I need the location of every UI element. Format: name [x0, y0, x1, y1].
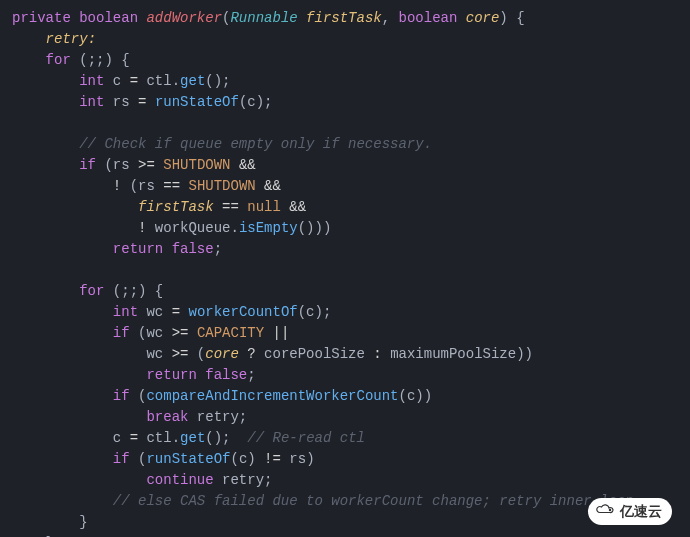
const-CAPACITY: CAPACITY	[197, 325, 264, 341]
keyword-break: break	[146, 409, 188, 425]
keyword-false: false	[172, 241, 214, 257]
keyword-return: return	[113, 241, 163, 257]
call-workerCountOf: workerCountOf	[188, 304, 297, 320]
var-wc: wc	[146, 304, 163, 320]
comment-queue-check: // Check if queue empty only if necessar…	[79, 136, 432, 152]
const-SHUTDOWN: SHUTDOWN	[163, 157, 230, 173]
keyword-int: int	[79, 94, 104, 110]
type-Runnable: Runnable	[230, 10, 297, 26]
svg-point-0	[609, 509, 612, 512]
keyword-continue: continue	[146, 472, 213, 488]
keyword-boolean: boolean	[399, 10, 458, 26]
keyword-if: if	[79, 157, 96, 173]
call-runStateOf: runStateOf	[155, 94, 239, 110]
call-compareAndIncrementWorkerCount: compareAndIncrementWorkerCount	[146, 388, 398, 404]
keyword-for: for	[79, 283, 104, 299]
param-core: core	[466, 10, 500, 26]
code-block: private boolean addWorker(Runnable first…	[12, 8, 678, 537]
label-retry: retry	[46, 31, 88, 47]
field-maximumPoolSize: maximumPoolSize	[390, 346, 516, 362]
call-isEmpty: isEmpty	[239, 220, 298, 236]
call-get: get	[180, 73, 205, 89]
watermark-text: 亿速云	[620, 501, 662, 522]
ref-core: core	[205, 346, 239, 362]
keyword-private: private	[12, 10, 71, 26]
param-firstTask: firstTask	[306, 10, 382, 26]
watermark-badge: 亿速云	[588, 498, 672, 525]
keyword-null: null	[247, 199, 281, 215]
var-c: c	[113, 73, 121, 89]
method-addWorker: addWorker	[146, 10, 222, 26]
var-rs: rs	[113, 94, 130, 110]
field-corePoolSize: corePoolSize	[264, 346, 365, 362]
comment-reread: // Re-read ctl	[247, 430, 365, 446]
keyword-int: int	[79, 73, 104, 89]
cloud-icon	[594, 501, 616, 522]
comment-cas-failed: // else CAS failed due to workerCount ch…	[113, 493, 634, 509]
ref-firstTask: firstTask	[138, 199, 214, 215]
keyword-for: for	[46, 52, 71, 68]
field-workQueue: workQueue	[155, 220, 231, 236]
field-ctl: ctl	[146, 73, 171, 89]
keyword-boolean: boolean	[79, 10, 138, 26]
